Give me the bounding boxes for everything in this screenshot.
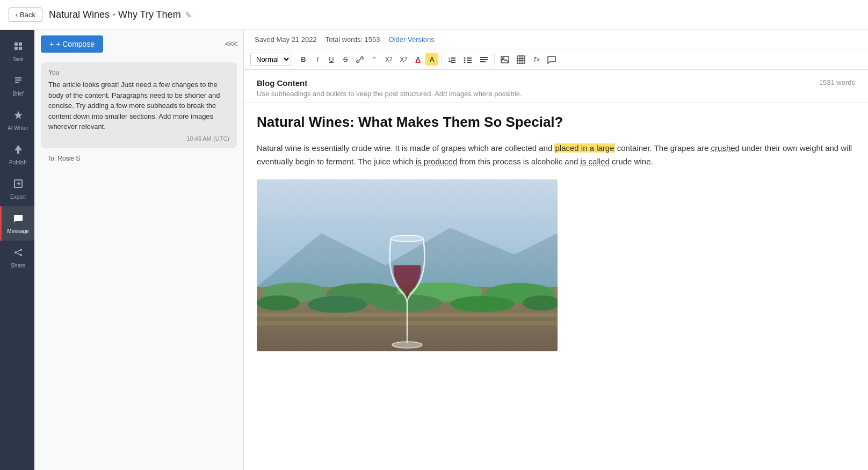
sidebar-item-ai-writer[interactable]: AI Writer (0, 103, 34, 138)
svg-rect-2 (15, 47, 18, 50)
sidebar-item-export-label: Export (10, 194, 26, 200)
blockquote-button[interactable]: " (368, 53, 381, 66)
sidebar-item-brief[interactable]: Brief (0, 69, 34, 103)
collapse-panel-button[interactable]: <<< (225, 39, 237, 49)
svg-rect-17 (451, 60, 455, 61)
sidebar-item-brief-label: Brief (12, 91, 24, 97)
panel-header: + + Compose <<< (34, 30, 243, 58)
align-button[interactable] (476, 53, 491, 66)
article-image (257, 179, 558, 351)
svg-point-21 (464, 61, 466, 63)
underline-button[interactable]: U (325, 53, 338, 66)
editor-body[interactable]: Natural Wines: What Makes Them So Specia… (244, 103, 868, 362)
svg-line-14 (17, 253, 20, 255)
table-button[interactable] (513, 53, 529, 66)
italic-button[interactable]: I (311, 53, 324, 66)
sidebar-item-publish[interactable]: Publish (0, 138, 34, 172)
article-title[interactable]: Natural Wines: What Makes Them So Specia… (257, 113, 855, 132)
sidebar-item-task-label: Task (12, 56, 24, 62)
svg-rect-4 (15, 77, 21, 78)
svg-rect-30 (517, 56, 525, 63)
word-count: 1531 words (819, 78, 855, 86)
svg-rect-27 (480, 61, 486, 62)
svg-point-11 (15, 251, 17, 254)
message-area[interactable]: You The article looks great! Just need a… (34, 58, 243, 470)
sidebar-item-export[interactable]: Export (0, 172, 34, 206)
status-bar: Saved May 21 2022 Total words: 1553 Olde… (244, 30, 868, 49)
blog-content-info: Blog Content Use subheadings and bullets… (257, 78, 522, 98)
blog-content-section-title: Blog Content (257, 78, 522, 88)
editor-container[interactable]: Blog Content Use subheadings and bullets… (244, 70, 868, 470)
edit-title-icon[interactable]: ✎ (185, 11, 192, 19)
svg-line-13 (17, 250, 20, 252)
underlined-text-called: is called (581, 157, 610, 166)
message-icon (13, 213, 24, 226)
underlined-text-produced: is produced (416, 157, 458, 166)
compose-plus-icon: + (49, 40, 54, 48)
image-button[interactable] (497, 53, 512, 66)
svg-point-43 (308, 296, 367, 313)
sidebar-item-message[interactable]: Message (0, 206, 34, 241)
svg-rect-22 (467, 57, 472, 59)
sidebar-item-share-label: Share (11, 263, 25, 269)
comment-button[interactable] (544, 53, 559, 66)
article-paragraph-1[interactable]: Natural wine is essentially crude wine. … (257, 141, 855, 169)
svg-rect-8 (17, 150, 19, 154)
highlighted-text: placed in a large (554, 143, 614, 153)
svg-rect-6 (15, 82, 19, 83)
strikethrough-button[interactable]: S (339, 53, 352, 66)
topbar: ‹ Back Natural Wines - Why Try Them ✎ (0, 0, 868, 30)
underlined-text-crushed: crushed (711, 143, 740, 153)
svg-rect-24 (467, 62, 472, 63)
total-words: Total words: 1553 (326, 35, 380, 44)
subscript-button[interactable]: X2 (382, 54, 396, 66)
back-arrow-icon: ‹ (16, 11, 18, 19)
back-button[interactable]: ‹ Back (9, 8, 42, 22)
unordered-list-button[interactable] (460, 53, 475, 66)
highlight-button[interactable]: A (425, 53, 438, 66)
share-icon (13, 247, 24, 261)
sidebar: Task Brief AI Writer Publish Export (0, 30, 34, 470)
sidebar-item-share[interactable]: Share (0, 241, 34, 275)
svg-point-20 (464, 59, 466, 61)
blog-content-header: Blog Content Use subheadings and bullets… (244, 70, 868, 103)
middle-panel: + + Compose <<< You The article looks gr… (34, 30, 244, 470)
main-layout: Task Brief AI Writer Publish Export (0, 30, 868, 470)
ordered-list-button[interactable]: 1. (444, 53, 459, 66)
format-select[interactable]: Normal (250, 53, 291, 66)
svg-point-42 (257, 295, 300, 310)
bold-button[interactable]: B (297, 53, 310, 66)
svg-point-51 (392, 342, 422, 348)
content-area: Saved May 21 2022 Total words: 1553 Olde… (244, 30, 868, 470)
svg-rect-3 (19, 47, 22, 50)
toolbar-divider-2 (441, 54, 442, 65)
older-versions-link[interactable]: Older Versions (389, 35, 435, 44)
message-to: To: Rosie S (41, 153, 237, 164)
export-icon (13, 178, 24, 192)
font-color-button[interactable]: A (411, 53, 424, 66)
svg-point-45 (450, 296, 515, 312)
compose-button[interactable]: + + Compose (41, 35, 103, 53)
wine-glass-svg (375, 233, 439, 351)
message-sender: You (48, 69, 229, 76)
sidebar-item-ai-writer-label: AI Writer (8, 125, 28, 131)
svg-rect-0 (15, 42, 18, 46)
svg-rect-16 (451, 57, 455, 59)
back-label: Back (20, 11, 35, 19)
clear-format-button[interactable]: Tx (530, 54, 542, 66)
svg-marker-7 (14, 111, 23, 119)
svg-point-49 (391, 235, 423, 242)
sidebar-item-publish-label: Publish (9, 160, 27, 165)
sidebar-item-task[interactable]: Task (0, 34, 34, 69)
superscript-button[interactable]: X2 (397, 54, 411, 66)
svg-rect-23 (467, 60, 472, 61)
ai-writer-icon (13, 110, 24, 123)
svg-rect-25 (480, 57, 488, 58)
saved-status: Saved May 21 2022 (255, 35, 317, 44)
publish-icon (13, 144, 24, 157)
svg-rect-5 (15, 79, 21, 81)
sidebar-item-message-label: Message (7, 228, 29, 234)
svg-point-12 (20, 254, 22, 256)
link-button[interactable] (353, 54, 367, 66)
svg-point-10 (20, 249, 22, 251)
